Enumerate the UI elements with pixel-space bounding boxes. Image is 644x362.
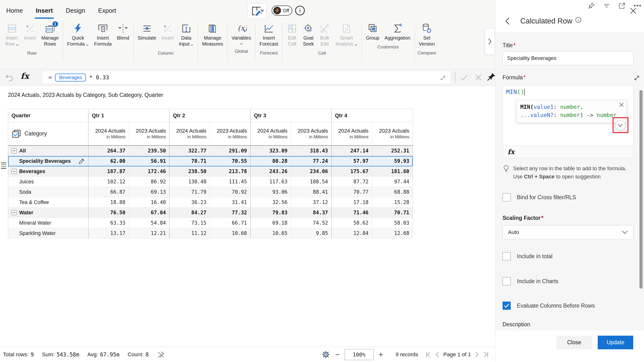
- panel-scrollbar[interactable]: [640, 90, 642, 289]
- value-cell[interactable]: 70.92: [210, 187, 250, 197]
- value-cell[interactable]: 73.15: [170, 218, 210, 228]
- row-label[interactable]: Water: [8, 208, 88, 218]
- value-cell[interactable]: 71.46: [332, 208, 372, 218]
- value-cell[interactable]: 187.87: [88, 166, 129, 177]
- popout-icon[interactable]: [618, 2, 626, 9]
- formula-field-chip[interactable]: Beverages: [55, 74, 86, 82]
- value-cell[interactable]: 93.06: [250, 187, 291, 197]
- row-label[interactable]: Sparkling Water: [8, 228, 88, 238]
- value-cell[interactable]: 172.46: [129, 166, 170, 177]
- measure-header[interactable]: 2023 Actualsin Millions: [372, 122, 413, 146]
- value-cell[interactable]: 77.24: [291, 156, 332, 166]
- value-cell[interactable]: 66.87: [88, 187, 129, 197]
- measure-header[interactable]: 2024 Actualsin Millions: [170, 122, 210, 146]
- tab-insert[interactable]: Insert: [35, 6, 53, 16]
- value-cell[interactable]: 77.32: [210, 208, 250, 218]
- measure-header[interactable]: 2023 Actualsin Millions: [129, 122, 170, 146]
- blend-button[interactable]: Blend: [114, 22, 132, 42]
- value-cell[interactable]: 58.62: [332, 218, 372, 228]
- table-row[interactable]: Beverages187.87172.46238.50213.78243.262…: [8, 166, 413, 177]
- value-cell[interactable]: 17.18: [332, 197, 372, 208]
- include-in-charts-checkbox[interactable]: Include in Charts: [502, 277, 558, 285]
- value-cell[interactable]: 323.09: [250, 146, 291, 156]
- table-row[interactable]: Juices102.1286.92130.48111.45117.63108.5…: [8, 177, 413, 187]
- value-cell[interactable]: 88.41: [291, 187, 332, 197]
- expand-formula-icon[interactable]: [439, 74, 446, 82]
- formula-input[interactable]: = Beverages * 0.33: [42, 71, 451, 84]
- value-cell[interactable]: 239.50: [129, 146, 170, 156]
- column-header-qtr2[interactable]: Qtr 2: [170, 109, 250, 122]
- measure-header[interactable]: 2024 Actualsin Millions: [332, 122, 372, 146]
- value-cell[interactable]: 18.88: [88, 197, 129, 208]
- include-in-total-checkbox[interactable]: Include in total: [502, 252, 552, 260]
- next-page-button[interactable]: [474, 352, 480, 358]
- value-cell[interactable]: 130.48: [170, 177, 210, 187]
- column-header-qtr4[interactable]: Qtr 4: [332, 109, 413, 122]
- data-input-button[interactable]: Data Input⌄: [176, 22, 196, 48]
- value-cell[interactable]: 66.71: [210, 218, 250, 228]
- value-cell[interactable]: 70.77: [332, 187, 372, 197]
- measure-header[interactable]: 2024 Actualsin Millions: [88, 122, 129, 146]
- value-cell[interactable]: 36.23: [170, 197, 210, 208]
- manage-measures-button[interactable]: Manage Measures: [200, 22, 226, 48]
- value-cell[interactable]: 15.28: [372, 197, 413, 208]
- value-cell[interactable]: 59.93: [372, 156, 413, 166]
- table-row[interactable]: Speciality Beverages62.0056.9178.7170.55…: [8, 156, 413, 166]
- value-cell[interactable]: 322.77: [170, 146, 210, 156]
- panel-info-icon[interactable]: [575, 17, 582, 23]
- table-settings-gear-icon[interactable]: [321, 350, 330, 359]
- row-label[interactable]: Juices: [8, 177, 88, 187]
- collapse-icon[interactable]: [12, 210, 17, 215]
- row-label[interactable]: Tea & Coffee: [8, 197, 88, 208]
- table-row[interactable]: Mineral Water63.3354.8473.1566.7169.1874…: [8, 218, 413, 228]
- tooltip-close-icon[interactable]: [618, 102, 624, 108]
- value-cell[interactable]: 84.37: [291, 208, 332, 218]
- tab-home[interactable]: Home: [6, 6, 23, 16]
- value-cell[interactable]: 175.67: [332, 166, 372, 177]
- quick-formula-button[interactable]: Quick Formula⌄: [64, 22, 92, 48]
- value-cell[interactable]: 69.13: [129, 187, 170, 197]
- prev-page-button[interactable]: [435, 352, 440, 358]
- edit-mode-button[interactable]: [248, 4, 266, 19]
- value-cell[interactable]: 13.17: [88, 228, 129, 238]
- live-toggle[interactable]: Off: [272, 6, 292, 16]
- value-cell[interactable]: 97.44: [372, 177, 413, 187]
- value-cell[interactable]: 63.33: [88, 218, 129, 228]
- value-cell[interactable]: 111.45: [210, 177, 250, 187]
- measure-header[interactable]: 2024 Actualsin Millions: [250, 122, 291, 146]
- value-cell[interactable]: 74.52: [291, 218, 332, 228]
- tab-export[interactable]: Export: [98, 6, 116, 16]
- ribbon-expand-button[interactable]: [485, 28, 495, 55]
- scaling-factor-select[interactable]: Auto: [502, 225, 634, 239]
- smart-analysis-button[interactable]: Smart Analysis⌄: [333, 22, 360, 48]
- row-label[interactable]: Speciality Beverages: [8, 156, 88, 166]
- row-label[interactable]: Beverages: [8, 166, 88, 177]
- table-row[interactable]: Tea & Coffee18.8816.4036.2331.4132.5637.…: [8, 197, 413, 208]
- value-cell[interactable]: 12.68: [372, 228, 413, 238]
- value-cell[interactable]: 84.27: [170, 208, 210, 218]
- value-cell[interactable]: 31.41: [210, 197, 250, 208]
- bulk-edit-button[interactable]: Bulk Edit: [316, 22, 333, 48]
- value-cell[interactable]: 10.60: [210, 228, 250, 238]
- value-cell[interactable]: 70.55: [210, 156, 250, 166]
- measure-header[interactable]: 2023 Actualsin Millions: [210, 122, 250, 146]
- row-label[interactable]: All: [8, 146, 88, 156]
- evaluate-columns-checkbox[interactable]: Evaluate Columns Before Rows: [502, 302, 595, 310]
- insert-forecast-button[interactable]: Insert Forecast: [257, 22, 281, 48]
- value-cell[interactable]: 108.54: [291, 177, 332, 187]
- insert-formula-button[interactable]: Insert Formula: [92, 22, 114, 48]
- zoom-level-input[interactable]: 100%: [344, 349, 374, 360]
- bind-cross-filter-checkbox[interactable]: Bind for Cross filter/RLS: [502, 193, 576, 202]
- first-page-button[interactable]: [425, 352, 431, 358]
- value-cell[interactable]: 10.65: [250, 228, 291, 238]
- edit-cell-button[interactable]: Edit Cell: [284, 22, 300, 48]
- value-cell[interactable]: 234.06: [291, 166, 332, 177]
- cancel-formula-icon[interactable]: [474, 73, 483, 82]
- column-header-quarter[interactable]: Quarter: [8, 109, 88, 122]
- value-cell[interactable]: 238.50: [170, 166, 210, 177]
- value-cell[interactable]: 12.84: [332, 228, 372, 238]
- value-cell[interactable]: 12.21: [129, 228, 170, 238]
- insert-row-button[interactable]: Insert Row⌄: [2, 22, 21, 48]
- back-button[interactable]: [504, 17, 510, 26]
- simulate-button[interactable]: Simulate: [135, 22, 159, 42]
